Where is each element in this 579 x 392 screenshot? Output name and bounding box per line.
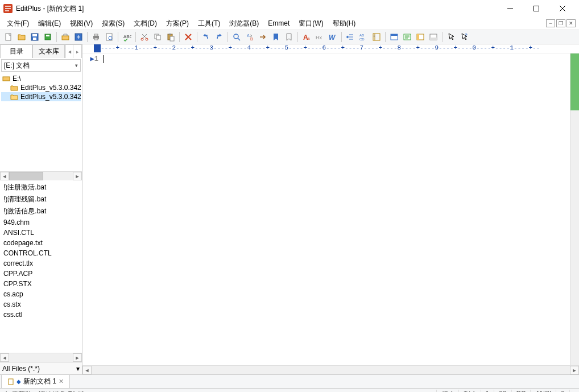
tree-hscroll[interactable]: ◄ ► (0, 171, 82, 180)
status-bar: 如需帮助，请按键盘 F1 键 行 1 列 1 1 00 PC ANSI 0 (0, 388, 579, 392)
word-wrap-button[interactable]: W (326, 31, 339, 43)
directory-button[interactable] (414, 31, 427, 43)
file-item[interactable]: 949.chm (0, 217, 82, 228)
menu-search[interactable]: 搜索(S) (97, 18, 129, 30)
delete-button[interactable] (182, 31, 195, 43)
save-all-button[interactable] (42, 31, 54, 43)
new-file-button[interactable] (2, 31, 15, 43)
save-button[interactable] (28, 31, 41, 43)
file-item[interactable]: css.ctl (0, 310, 82, 320)
scroll-left-button[interactable]: ◄ (0, 353, 9, 362)
file-item[interactable]: cs.stx (0, 299, 82, 310)
editor-hscroll[interactable]: ◄ ► (82, 365, 579, 374)
font-button[interactable]: Aa (300, 31, 313, 43)
file-item[interactable]: !)清理残留.bat (0, 193, 82, 205)
menu-emmet[interactable]: Emmet (263, 18, 294, 28)
menu-file[interactable]: 文件(F) (2, 18, 34, 30)
tab-close-button[interactable]: ✕ (59, 378, 64, 385)
filter-label: All Files (*.*) (2, 365, 40, 373)
undo-button[interactable] (200, 31, 212, 43)
sidebar: 目录 文本库 ◄ ▸ [E:] 文档 ▾ E:\ EditPlus_v5.3.0… (0, 44, 82, 374)
code-editor[interactable] (101, 53, 570, 365)
sidebar-nav-right[interactable]: ▸ (73, 45, 81, 58)
save-remote-button[interactable] (72, 31, 85, 43)
svg-text:AB: AB (359, 34, 364, 37)
editor-vscroll[interactable] (570, 53, 579, 365)
scroll-right-button[interactable]: ► (570, 366, 579, 374)
mdi-restore-button[interactable]: ❐ (556, 19, 565, 27)
folder-tree[interactable]: E:\ EditPlus_v5.3.0.342 EditPlus_v5.3.0.… (0, 72, 82, 171)
paste-button[interactable] (164, 31, 177, 43)
file-filter[interactable]: All Files (*.*) ▾ (0, 362, 82, 374)
file-item[interactable]: !)激活信息.bat (0, 205, 82, 217)
copy-button[interactable] (151, 31, 164, 43)
replace-button[interactable]: AB (243, 31, 256, 43)
column-button[interactable]: ABCD (357, 31, 370, 43)
menu-window[interactable]: 窗口(W) (294, 18, 328, 30)
sidebar-tab-directory[interactable]: 目录 (0, 44, 32, 58)
scroll-left-button[interactable]: ◄ (82, 366, 92, 374)
file-item[interactable]: CPP.STX (0, 279, 82, 289)
goto-button[interactable] (257, 31, 269, 43)
ruler-text: ----+----1----+----2----+----3----+----4… (101, 44, 540, 51)
menu-project[interactable]: 方案(P) (162, 18, 193, 30)
open-remote-button[interactable] (59, 31, 72, 43)
file-item[interactable]: ANSI.CTL (0, 228, 82, 238)
menu-document[interactable]: 文档(D) (129, 18, 162, 30)
minimize-button[interactable] (497, 0, 523, 17)
line-marker-icon: ▶ (90, 55, 94, 63)
tree-item[interactable]: EditPlus_v5.3.0.342 (1, 83, 81, 92)
file-item[interactable]: correct.tlx (0, 258, 82, 269)
pointer-button[interactable] (445, 31, 457, 43)
menu-tools[interactable]: 工具(T) (193, 18, 225, 30)
svg-rect-22 (170, 36, 174, 41)
menu-edit[interactable]: 编辑(E) (34, 18, 65, 30)
find-button[interactable] (230, 31, 243, 43)
spell-check-button[interactable]: ABC (121, 31, 133, 43)
line-number-button[interactable]: 1 (370, 31, 383, 43)
mdi-minimize-button[interactable]: – (546, 19, 555, 27)
file-list[interactable]: !)注册激活.bat !)清理残留.bat !)激活信息.bat 949.chm… (0, 180, 82, 353)
bookmark-button[interactable] (270, 31, 282, 43)
file-item[interactable]: CONTROL.CTL (0, 248, 82, 258)
sidebar-nav-left[interactable]: ◄ (65, 45, 73, 58)
clear-bookmark-button[interactable] (283, 31, 295, 43)
svg-rect-7 (46, 35, 49, 36)
modified-indicator-icon: ◆ (16, 378, 21, 385)
scroll-right-button[interactable]: ► (73, 353, 82, 362)
menu-help[interactable]: 帮助(H) (328, 18, 361, 30)
cut-button[interactable] (138, 31, 151, 43)
scroll-left-button[interactable]: ◄ (0, 172, 9, 180)
drive-selector[interactable]: [E:] 文档 ▾ (1, 59, 81, 72)
mdi-close-button[interactable]: ✕ (566, 19, 576, 27)
file-item[interactable]: CPP.ACP (0, 269, 82, 279)
tab-label: 新的文档 1 (23, 377, 56, 386)
file-item[interactable]: cs.acp (0, 289, 82, 299)
cliptext-button[interactable] (401, 31, 413, 43)
filelist-hscroll[interactable]: ◄ ► (0, 353, 82, 362)
print-button[interactable] (90, 31, 102, 43)
print-preview-button[interactable] (103, 31, 115, 43)
menu-browser[interactable]: 浏览器(B) (225, 18, 263, 30)
tree-item-selected[interactable]: EditPlus_v5.3.0.342 (1, 92, 81, 101)
help-button[interactable]: ? (458, 31, 470, 43)
resize-grip[interactable] (570, 390, 579, 392)
maximize-button[interactable] (523, 0, 549, 17)
svg-rect-8 (62, 36, 69, 40)
scroll-right-button[interactable]: ► (73, 172, 82, 180)
open-button[interactable] (15, 31, 28, 43)
indent-button[interactable] (344, 31, 357, 43)
menu-view[interactable]: 视图(V) (65, 18, 97, 30)
output-button[interactable] (427, 31, 440, 43)
hex-button[interactable]: Hx (313, 31, 326, 43)
file-item[interactable]: codepage.txt (0, 238, 82, 248)
document-tab[interactable]: ◆ 新的文档 1 ✕ (1, 374, 70, 388)
tree-item-root[interactable]: E:\ (1, 74, 81, 83)
scroll-thumb[interactable] (9, 172, 43, 180)
file-item[interactable]: !)注册激活.bat (0, 181, 82, 193)
redo-button[interactable] (213, 31, 225, 43)
close-button[interactable] (549, 0, 576, 17)
sidebar-tab-cliptext[interactable]: 文本库 (32, 44, 65, 58)
browser-button[interactable] (388, 31, 400, 43)
svg-text:A: A (247, 34, 250, 38)
